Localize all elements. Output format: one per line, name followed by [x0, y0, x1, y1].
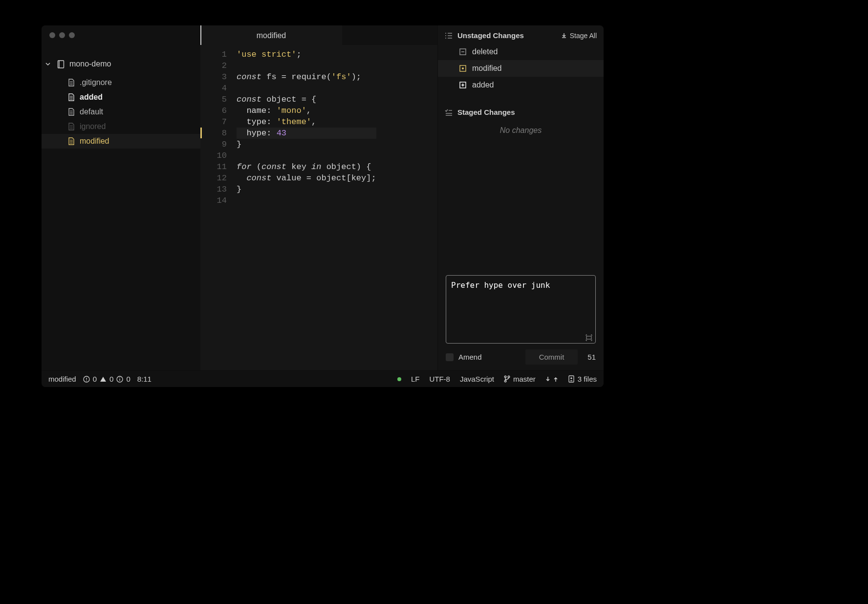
deleted-icon: [459, 48, 466, 55]
git-panel: Unstaged Changes Stage All deletedmodifi…: [437, 25, 604, 370]
unstaged-header[interactable]: Unstaged Changes Stage All: [438, 25, 604, 43]
code[interactable]: 'use strict';const fs = require('fs');co…: [232, 45, 376, 370]
stage-all-button[interactable]: Stage All: [561, 32, 597, 40]
commit-button[interactable]: Commit: [525, 349, 578, 365]
status-eol[interactable]: LF: [411, 375, 420, 383]
status-dot-icon: [397, 377, 401, 381]
file-label: .gitignore: [80, 78, 112, 87]
status-files[interactable]: 3 files: [568, 375, 597, 383]
sidebar: mono-demo .gitignoreaddeddefaultignoredm…: [42, 25, 200, 370]
error-icon: [83, 376, 90, 383]
change-label: modified: [472, 64, 501, 73]
tab-modified[interactable]: modified: [200, 25, 342, 45]
gutter: 1234567891011121314: [200, 45, 232, 370]
svg-point-38: [120, 377, 121, 378]
file-icon: [68, 123, 75, 130]
status-branch[interactable]: master: [504, 375, 536, 383]
tab-bar: modified: [200, 25, 437, 45]
file-icon: [68, 108, 75, 116]
file-item-gitignore[interactable]: .gitignore: [42, 75, 200, 90]
svg-point-36: [86, 380, 87, 381]
status-cursor[interactable]: 8:11: [137, 375, 152, 383]
file-item-ignored[interactable]: ignored: [42, 119, 200, 134]
message-count: 51: [587, 353, 596, 361]
zoom-dot[interactable]: [69, 32, 75, 38]
window-controls: [42, 25, 200, 48]
added-icon: [459, 82, 466, 88]
resize-icon[interactable]: [586, 334, 592, 341]
up-arrow-icon: [553, 376, 558, 382]
svg-point-42: [508, 376, 510, 378]
file-label: default: [80, 108, 103, 116]
file-icon: [68, 137, 75, 145]
status-bar: modified 0 0 0 8:11 LF UTF-8 JavaScript …: [42, 370, 604, 387]
close-dot[interactable]: [49, 32, 55, 38]
modified-icon: [459, 65, 466, 72]
checklist-icon: [445, 109, 453, 116]
change-label: added: [472, 81, 494, 89]
stage-all-label: Stage All: [570, 32, 597, 40]
diff-icon: [568, 375, 575, 383]
tab-label: modified: [257, 31, 286, 40]
commit-message-input[interactable]: [451, 280, 590, 338]
change-item-modified[interactable]: modified: [438, 60, 604, 77]
minimize-dot[interactable]: [59, 32, 65, 38]
commit-button-label: Commit: [539, 353, 564, 361]
status-encoding[interactable]: UTF-8: [429, 375, 450, 383]
chevron-down-icon: [45, 62, 52, 66]
editor: modified 1234567891011121314 'use strict…: [200, 25, 437, 370]
status-grammar[interactable]: JavaScript: [460, 375, 494, 383]
file-item-modified[interactable]: modified: [42, 134, 200, 149]
change-item-added[interactable]: added: [438, 77, 604, 93]
file-icon: [68, 93, 75, 101]
warning-icon: [100, 376, 107, 383]
amend-checkbox[interactable]: [446, 353, 454, 361]
status-diagnostics[interactable]: 0 0 0: [83, 375, 130, 383]
download-icon: [561, 33, 567, 39]
file-label: added: [80, 93, 103, 102]
staged-empty: No changes: [438, 120, 604, 145]
file-item-default[interactable]: default: [42, 105, 200, 119]
file-label: ignored: [80, 122, 106, 131]
file-list: .gitignoreaddeddefaultignoredmodified: [42, 75, 200, 149]
commit-message-box[interactable]: [446, 275, 596, 344]
svg-point-40: [504, 376, 506, 378]
file-label: modified: [80, 137, 109, 146]
file-icon: [68, 79, 75, 86]
down-arrow-icon: [545, 376, 550, 382]
unstaged-title: Unstaged Changes: [457, 31, 524, 40]
project-name: mono-demo: [69, 60, 111, 68]
unstaged-list: deletedmodifiedadded: [438, 43, 604, 93]
repo-icon: [57, 60, 65, 68]
list-icon: [445, 32, 453, 39]
svg-point-41: [504, 380, 506, 382]
info-icon: [116, 376, 123, 383]
change-item-deleted[interactable]: deleted: [438, 43, 604, 60]
file-item-added[interactable]: added: [42, 90, 200, 105]
status-fetch[interactable]: [545, 376, 558, 382]
project-root[interactable]: mono-demo: [42, 58, 200, 70]
status-filename[interactable]: modified: [48, 375, 76, 383]
branch-icon: [504, 375, 510, 383]
staged-header[interactable]: Staged Changes: [438, 102, 604, 120]
svg-point-26: [462, 67, 464, 69]
amend-label: Amend: [458, 353, 482, 361]
code-area[interactable]: 1234567891011121314 'use strict';const f…: [200, 45, 437, 370]
staged-title: Staged Changes: [457, 108, 515, 116]
svg-rect-33: [586, 336, 591, 339]
change-label: deleted: [472, 47, 498, 56]
